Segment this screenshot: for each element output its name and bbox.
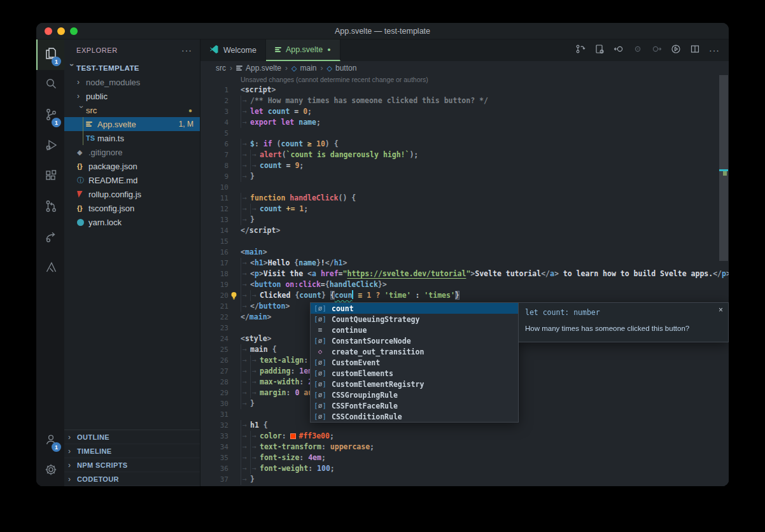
suggest-item-cssfontfacerule[interactable]: [ø]CSSFontFaceRule <box>311 400 518 411</box>
tree-item-rollup-config-js[interactable]: rollup.config.js <box>64 187 200 201</box>
line-number: 15 <box>200 236 228 247</box>
code-line[interactable]: 13→} <box>200 214 729 225</box>
azure-icon <box>44 260 58 277</box>
code-line[interactable]: 19→<button on:click={handleClick}> <box>200 279 729 290</box>
section-timeline[interactable]: ›TIMELINE <box>64 444 200 458</box>
open-changes-icon[interactable] <box>575 44 586 57</box>
code-line[interactable]: 4→export let name; <box>200 117 729 128</box>
breadcrumb-item-button[interactable]: ◇button <box>327 64 357 73</box>
section-npm-scripts[interactable]: ›NPM SCRIPTS <box>64 458 200 472</box>
chevron-icon: › <box>68 475 77 484</box>
activity-run-debug[interactable] <box>36 131 64 162</box>
tree-item-gitignore[interactable]: ◆.gitignore <box>64 145 200 159</box>
section-outline[interactable]: ›OUTLINE <box>64 430 200 444</box>
activity-explorer[interactable]: 1 <box>36 39 64 70</box>
code-line[interactable]: 12→→count += 1; <box>200 204 729 214</box>
suggest-item-create-out-transition[interactable]: ◇create_out_transition <box>311 346 518 357</box>
tree-item-test-template[interactable]: ›TEST-TEMPLATE <box>64 61 200 75</box>
tree-item-public[interactable]: ›public <box>64 89 200 103</box>
tree-item-readme-md[interactable]: ⓘREADME.md <box>64 173 200 187</box>
split-editor-icon[interactable] <box>690 44 700 57</box>
more-actions-icon[interactable]: ··· <box>181 45 192 55</box>
code-line[interactable]: 8→→count = 9; <box>200 160 729 171</box>
suggest-bracket-icon: [ø] <box>313 358 327 367</box>
activity-account[interactable]: 1 <box>36 425 64 456</box>
scrollbar-thumb[interactable] <box>719 75 728 261</box>
code-line[interactable]: 35→→font-size: 4em; <box>200 452 729 463</box>
whitespace-arrow: → <box>241 204 250 214</box>
activity-azure[interactable] <box>36 253 64 284</box>
suggest-keyword-icon: ≡ <box>313 326 327 334</box>
code-line[interactable]: 33→→color: #ff3e00; <box>200 431 729 442</box>
tree-item-main-ts[interactable]: TSmain.ts <box>64 131 200 145</box>
whitespace-arrow: → <box>241 150 250 160</box>
breadcrumb-item-app-svelte[interactable]: App.svelte <box>236 64 281 73</box>
activity-search[interactable] <box>36 70 64 101</box>
code-line[interactable]: 15 <box>200 236 729 247</box>
code-line[interactable]: 6→$: if (count ≥ 10) { <box>200 139 729 150</box>
suggest-item-customevent[interactable]: [ø]CustomEvent <box>311 357 518 368</box>
breadcrumb-label: src <box>216 64 226 73</box>
forward-icon[interactable] <box>652 44 662 57</box>
tree-item-label: .gitignore <box>88 148 122 157</box>
breadcrumb-item-main[interactable]: ◇main <box>291 64 316 73</box>
suggest-item-cssgroupingrule[interactable]: [ø]CSSGroupingRule <box>311 389 518 400</box>
code-line[interactable]: 5 <box>200 128 729 139</box>
breadcrumb-item-src[interactable]: src <box>216 64 226 73</box>
tree-item-app-svelte[interactable]: App.svelte1, M <box>64 117 200 131</box>
suggest-item-customelements[interactable]: [ø]customElements <box>311 368 518 379</box>
code-line[interactable]: 3→let count = 0; <box>200 106 729 117</box>
code-line[interactable]: 36→→font-weight: 100; <box>200 463 729 474</box>
tree-item-yarn-lock[interactable]: yarn.lock <box>64 215 200 229</box>
activity-pull-request[interactable] <box>36 192 64 223</box>
activity-extensions[interactable] <box>36 162 64 192</box>
code-line[interactable]: 18→<p>Visit the <a href="https://svelte.… <box>200 269 729 279</box>
share-arrow-icon <box>44 230 58 246</box>
suggest-item-continue[interactable]: ≡continue <box>311 325 518 335</box>
gear-icon <box>44 463 58 479</box>
suggest-item-countqueuingstrategy[interactable]: [ø]CountQueuingStrategy <box>311 314 518 325</box>
run-debug-icon[interactable] <box>671 44 681 57</box>
activity-live-share[interactable] <box>36 223 64 253</box>
suggest-item-count[interactable]: [ø]count <box>311 303 518 314</box>
chevron-icon: › <box>77 92 86 101</box>
tab-welcome[interactable]: Welcome <box>200 39 266 61</box>
close-icon[interactable]: × <box>719 305 723 314</box>
whitespace-arrow: → <box>241 463 250 474</box>
code-line[interactable]: 11→function handleClick() { <box>200 193 729 204</box>
activity-source-control[interactable]: 1 <box>36 101 64 131</box>
chevron-icon: › <box>68 433 77 442</box>
chevron-icon: › <box>77 78 86 87</box>
tree-item-node-modules[interactable]: ›node_modules <box>64 75 200 89</box>
section-codetour[interactable]: ›CODETOUR <box>64 472 200 486</box>
notebook-icon[interactable] <box>594 44 605 57</box>
code-line[interactable]: 16<main> <box>200 247 729 258</box>
code-line[interactable]: 1<script> <box>200 85 729 95</box>
code-editor[interactable]: Unsaved changes (cannot determine recent… <box>200 75 729 486</box>
code-line[interactable]: 14</script> <box>200 225 729 236</box>
yarn-icon <box>77 219 84 226</box>
whitespace-arrow: → <box>241 355 250 366</box>
code-line[interactable]: 9→} <box>200 171 729 182</box>
tree-item-src[interactable]: ›src● <box>64 103 200 117</box>
more-editor-actions-icon[interactable]: ··· <box>709 45 720 55</box>
rollup-icon <box>77 191 83 198</box>
line-number: 13 <box>200 214 228 225</box>
suggest-item-cssconditionrule[interactable]: [ø]CSSConditionRule <box>311 411 518 422</box>
activity-settings[interactable] <box>36 456 64 486</box>
suggest-item-constantsourcenode[interactable]: [ø]ConstantSourceNode <box>311 335 518 346</box>
line-number: 28 <box>200 377 228 388</box>
suggest-item-customelementregistry[interactable]: [ø]CustomElementRegistry <box>311 379 518 389</box>
back-icon[interactable] <box>614 44 624 57</box>
code-line[interactable]: 17→<h1>Hello {name}!</h1> <box>200 258 729 269</box>
code-line[interactable]: 34→→text-transform: uppercase; <box>200 442 729 452</box>
code-line[interactable]: 10 <box>200 182 729 193</box>
tree-item-package-json[interactable]: {}package.json <box>64 159 200 173</box>
code-line[interactable]: 7→→alert(`count is dangerously high!`); <box>200 150 729 160</box>
code-line[interactable]: 37→} <box>200 474 729 485</box>
tab-app-svelte[interactable]: App.svelte● <box>266 39 340 61</box>
search-icon <box>44 77 58 94</box>
code-line[interactable]: 2→/** How many times has someone clicked… <box>200 95 729 106</box>
tree-item-tsconfig-json[interactable]: {}tsconfig.json <box>64 201 200 215</box>
code-line[interactable]: 20→→Clicked {count} {coun ≡ 1 ? 'time' :… <box>200 290 729 301</box>
